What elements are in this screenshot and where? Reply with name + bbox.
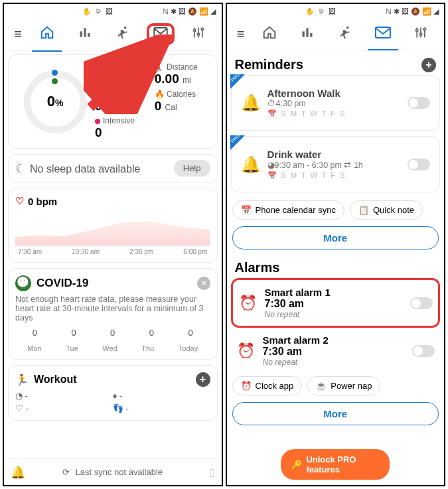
toggle[interactable] xyxy=(408,97,430,109)
help-button[interactable]: Help xyxy=(174,160,210,176)
svg-point-6 xyxy=(197,33,199,35)
runner-icon: 🏃 xyxy=(15,374,29,386)
heart-chart xyxy=(15,210,210,246)
label-distance: 🚶 Distance xyxy=(155,62,210,72)
nav-stats[interactable] xyxy=(289,26,327,42)
svg-rect-0 xyxy=(80,31,82,36)
svg-rect-11 xyxy=(310,33,312,37)
pro-badge: PRO xyxy=(230,135,245,150)
more-alarms-button[interactable]: More xyxy=(232,402,439,425)
nav-settings[interactable] xyxy=(179,26,217,42)
bell-icon: 🔔 xyxy=(241,155,261,174)
label-active: Active xyxy=(95,90,151,99)
alarms-title: Alarms xyxy=(231,257,441,278)
pro-badge: PRO xyxy=(230,74,245,89)
close-icon[interactable]: ✕ xyxy=(197,277,210,290)
nav-messages[interactable] xyxy=(141,23,179,45)
label-intensive: Intensive xyxy=(95,116,151,125)
status-bar: ✋ ⛭ 🖼 ℕ ✱ 🖼 🔕 📶 ◢ xyxy=(227,4,445,19)
covid-icon xyxy=(15,275,31,291)
svg-rect-9 xyxy=(303,31,305,36)
covid-card: COVID-19 ✕ Not enough heart rate data, p… xyxy=(8,268,218,360)
heart-icon: ♡ xyxy=(15,195,24,207)
svg-point-12 xyxy=(346,27,349,29)
toggle[interactable] xyxy=(408,159,430,171)
label-calories: 🔥 Calories xyxy=(155,90,210,99)
dashboard-card: 0% Steps0 🚶 Distance0.00 mi Active0 🔥 Ca… xyxy=(8,54,218,149)
phone-sync-button[interactable]: 📅 Phone calendar sync xyxy=(232,200,344,220)
sync-icon: ⟳ xyxy=(62,467,70,477)
nav-home[interactable] xyxy=(251,25,289,43)
svg-rect-10 xyxy=(306,28,308,36)
svg-point-5 xyxy=(193,29,195,31)
svg-point-14 xyxy=(416,29,418,31)
svg-rect-13 xyxy=(376,27,390,38)
menu-icon[interactable]: ≡ xyxy=(8,27,28,42)
nav-messages[interactable] xyxy=(364,27,402,42)
add-workout-button[interactable]: + xyxy=(196,372,210,387)
svg-point-16 xyxy=(424,28,426,30)
nav-activity[interactable] xyxy=(104,25,141,43)
dot-active xyxy=(52,78,58,84)
svg-rect-2 xyxy=(88,33,90,37)
power-nap-button[interactable]: ☕ Power nap xyxy=(307,376,380,395)
unlock-pro-button[interactable]: 🔑 Unlock PRO features xyxy=(281,449,390,480)
svg-rect-1 xyxy=(84,28,86,36)
footer: 🔔 ⟳ Last sync not available ▯ xyxy=(4,458,222,485)
heart-card[interactable]: ♡0 bpm 7:30 am10:30 am2:30 pm6:00 pm xyxy=(8,188,218,263)
add-reminder-button[interactable]: + xyxy=(421,58,436,72)
toggle[interactable] xyxy=(412,345,435,357)
sleep-card[interactable]: ☾No sleep data available Help xyxy=(8,154,218,182)
more-reminders-button[interactable]: More xyxy=(232,226,439,249)
clock-app-button[interactable]: ⏰ Clock app xyxy=(232,376,303,395)
nav-stats[interactable] xyxy=(66,26,104,42)
moon-icon: ☾ xyxy=(15,162,26,175)
workout-card[interactable]: 🏃 Workout + ◔ -♦ - ♡ -👣 - xyxy=(8,365,218,421)
nav-home[interactable] xyxy=(28,25,66,43)
bell-icon[interactable]: 🔔 xyxy=(11,465,25,480)
nav-settings[interactable] xyxy=(402,26,440,42)
right-phone: ✋ ⛭ 🖼 ℕ ✱ 🖼 🔕 📶 ◢ ≡ Reminders + PRO 🔔 xyxy=(226,3,446,486)
alarm-item[interactable]: ⏰ Smart alarm 2 7:30 am No repeat xyxy=(231,328,441,374)
status-bar: ✋ ⛭ 🖼 ℕ ✱ 🖼 🔕 📶 ◢ xyxy=(4,4,222,19)
bell-icon: 🔔 xyxy=(241,94,261,112)
top-nav: ≡ xyxy=(4,19,222,50)
alarm-item[interactable]: ⏰ Smart alarm 1 7:30 am No repeat xyxy=(231,278,441,328)
quick-note-button[interactable]: 📋 Quick note xyxy=(350,200,423,220)
nav-activity[interactable] xyxy=(327,25,364,43)
top-nav: ≡ xyxy=(227,19,445,50)
svg-rect-4 xyxy=(154,28,167,37)
left-phone: ✋ ⛭ 🖼 ℕ ✱ 🖼 🔕 📶 ◢ ≡ xyxy=(3,3,223,486)
label-steps: Steps xyxy=(95,62,151,72)
svg-point-15 xyxy=(420,33,422,35)
alarm-icon: ⏰ xyxy=(238,295,258,312)
svg-point-3 xyxy=(124,27,127,29)
reminders-title: Reminders + xyxy=(231,54,441,75)
reminder-item[interactable]: PRO 🔔 Drink water ◕9:30 am - 6:30 pm ⇄ 1… xyxy=(231,136,441,192)
progress-ring: 0% xyxy=(15,62,95,141)
alarm-icon: ⏰ xyxy=(236,342,256,360)
svg-point-7 xyxy=(201,28,203,30)
battery-icon: ▯ xyxy=(209,466,215,478)
toggle[interactable] xyxy=(410,297,433,309)
dot-steps xyxy=(52,70,58,76)
menu-icon[interactable]: ≡ xyxy=(231,27,251,42)
reminder-item[interactable]: PRO 🔔 Afternoon Walk ⏱4:30 pm 📅 S M T W … xyxy=(231,75,441,131)
key-icon: 🔑 xyxy=(291,460,302,470)
